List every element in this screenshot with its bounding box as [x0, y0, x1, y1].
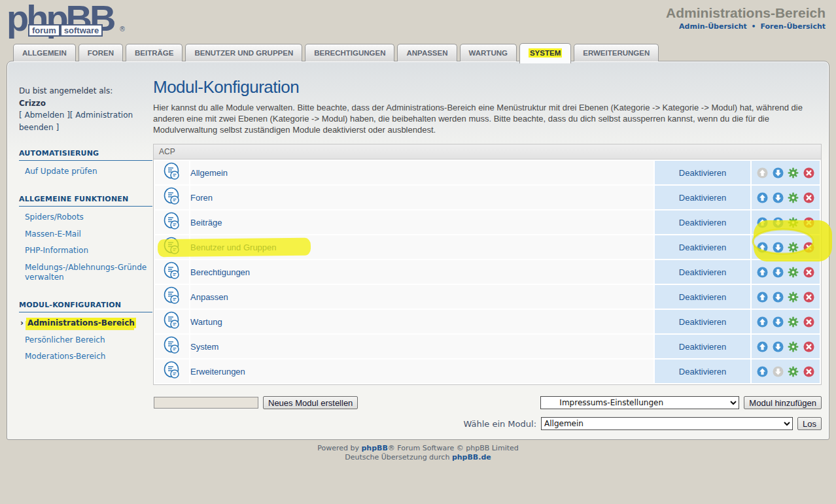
settings-button[interactable] — [788, 217, 799, 228]
new-module-name-input[interactable] — [154, 397, 258, 409]
arrow-up-icon — [757, 217, 768, 228]
go-button[interactable]: Los — [797, 417, 822, 430]
admin-overview-link[interactable]: Admin-Übersicht — [679, 22, 747, 31]
sidebar-item[interactable]: Auf Update prüfen — [19, 163, 152, 180]
move-down-button[interactable] — [773, 366, 784, 377]
tab[interactable]: BERECHTIGUNGEN — [305, 44, 394, 61]
move-up-button[interactable] — [757, 167, 768, 178]
move-down-button[interactable] — [773, 341, 784, 352]
settings-button[interactable] — [788, 292, 799, 303]
module-link[interactable]: Allgemein — [190, 168, 228, 178]
module-icon — [164, 261, 181, 280]
settings-button[interactable] — [788, 192, 799, 203]
sidebar-item[interactable]: Meldungs-/Ablehnungs-Gründe verwalten — [19, 260, 152, 286]
delete-button[interactable] — [803, 242, 814, 253]
tab[interactable]: ERWEITERUNGEN — [574, 44, 659, 61]
settings-button[interactable] — [788, 267, 799, 278]
delete-button[interactable] — [803, 217, 814, 228]
delete-button[interactable] — [803, 192, 814, 203]
settings-button[interactable] — [788, 167, 799, 178]
sidebar-link[interactable]: Moderations-Bereich — [25, 352, 105, 361]
arrow-down-icon — [773, 167, 784, 178]
sidebar-link[interactable]: Massen-E-Mail — [25, 229, 81, 239]
tab[interactable]: BENUTZER UND GRUPPEN — [185, 44, 302, 61]
session-links[interactable]: [ Abmelden ][ Administration beenden ] — [19, 109, 152, 133]
sidebar-item[interactable]: Spiders/Robots — [19, 209, 152, 226]
delete-button[interactable] — [803, 267, 814, 278]
deactivate-link[interactable]: Deaktivieren — [679, 317, 726, 327]
settings-button[interactable] — [788, 316, 799, 328]
sidebar-item[interactable]: PHP-Information — [19, 243, 152, 260]
sidebar-item[interactable]: Persönlicher Bereich — [19, 332, 152, 349]
move-down-button[interactable] — [773, 217, 784, 228]
add-module-button[interactable]: Modul hinzufügen — [744, 396, 822, 409]
sidebar-link[interactable]: Persönlicher Bereich — [25, 335, 105, 344]
module-link[interactable]: Erweiterungen — [190, 367, 245, 377]
forum-overview-link[interactable]: Foren-Übersicht — [760, 22, 826, 31]
tab[interactable]: WARTUNG — [460, 44, 517, 61]
delete-button[interactable] — [803, 316, 814, 328]
move-up-button[interactable] — [757, 242, 768, 253]
create-module-button[interactable]: Neues Modul erstellen — [263, 396, 358, 409]
module-icon-cell — [155, 285, 189, 309]
move-up-button[interactable] — [757, 217, 768, 228]
move-up-button[interactable] — [757, 267, 768, 278]
sidebar-link[interactable]: Spiders/Robots — [25, 212, 84, 222]
tab[interactable]: BEITRÄGE — [126, 44, 183, 61]
move-up-button[interactable] — [757, 192, 768, 203]
deactivate-link[interactable]: Deaktivieren — [679, 168, 726, 178]
module-cell: Foren — [190, 186, 653, 209]
module-link[interactable]: Foren — [190, 193, 213, 203]
delete-button[interactable] — [803, 366, 814, 377]
deactivate-link[interactable]: Deaktivieren — [679, 367, 726, 377]
module-link[interactable]: Benutzer und Gruppen — [190, 243, 277, 252]
module-link[interactable]: Beiträge — [190, 218, 222, 227]
move-up-button[interactable] — [757, 292, 768, 303]
move-down-button[interactable] — [773, 267, 784, 278]
move-up-button[interactable] — [757, 366, 768, 377]
sidebar-item[interactable]: Massen-E-Mail — [19, 226, 152, 243]
module-link[interactable]: System — [190, 342, 218, 352]
deactivate-link[interactable]: Deaktivieren — [679, 342, 726, 352]
phpbb-de-link[interactable]: phpBB.de — [452, 453, 491, 462]
deactivate-link[interactable]: Deaktivieren — [679, 267, 726, 277]
close-icon — [803, 341, 814, 352]
move-down-button[interactable] — [773, 292, 784, 303]
sidebar-item[interactable]: Moderations-Bereich — [19, 348, 152, 365]
arrow-up-icon — [757, 267, 768, 278]
settings-button[interactable] — [788, 341, 799, 352]
module-link[interactable]: Wartung — [190, 317, 222, 327]
phpbb-link[interactable]: phpBB — [362, 444, 388, 452]
deactivate-link[interactable]: Deaktivieren — [679, 292, 726, 302]
sidebar-link[interactable]: Meldungs-/Ablehnungs-Gründe verwalten — [25, 263, 147, 282]
move-up-button[interactable] — [757, 316, 768, 328]
sidebar-link[interactable]: PHP-Information — [25, 246, 88, 255]
tab[interactable]: SYSTEM — [519, 43, 571, 63]
sidebar-section: AUTOMATISIERUNG Auf Update prüfen — [19, 149, 152, 180]
delete-button[interactable] — [803, 167, 814, 178]
settings-button[interactable] — [788, 366, 799, 377]
module-icon-cell — [155, 310, 189, 333]
close-icon — [803, 267, 814, 278]
quick-module-select[interactable]: Allgemein — [541, 417, 793, 430]
module-link[interactable]: Berechtigungen — [190, 267, 250, 277]
module-link[interactable]: Anpassen — [190, 292, 228, 302]
move-down-button[interactable] — [773, 192, 784, 203]
deactivate-link[interactable]: Deaktivieren — [679, 243, 726, 252]
deactivate-link[interactable]: Deaktivieren — [679, 193, 726, 203]
sidebar-item[interactable]: Administrations-Bereich — [19, 315, 152, 332]
tab[interactable]: ANPASSEN — [397, 44, 457, 61]
move-down-button[interactable] — [773, 316, 784, 328]
delete-button[interactable] — [803, 292, 814, 303]
move-down-button[interactable] — [773, 242, 784, 253]
sidebar-link[interactable]: Auf Update prüfen — [25, 167, 97, 176]
delete-button[interactable] — [803, 341, 814, 352]
deactivate-link[interactable]: Deaktivieren — [679, 218, 726, 227]
tab[interactable]: FOREN — [78, 44, 123, 61]
settings-button[interactable] — [788, 242, 799, 253]
sidebar-link[interactable]: Administrations-Bereich — [26, 318, 136, 328]
move-up-button[interactable] — [757, 341, 768, 352]
tab[interactable]: ALLGEMEIN — [13, 44, 76, 61]
add-module-select[interactable]: Impressums-Einstellungen — [540, 396, 739, 409]
move-down-button[interactable] — [773, 167, 784, 178]
